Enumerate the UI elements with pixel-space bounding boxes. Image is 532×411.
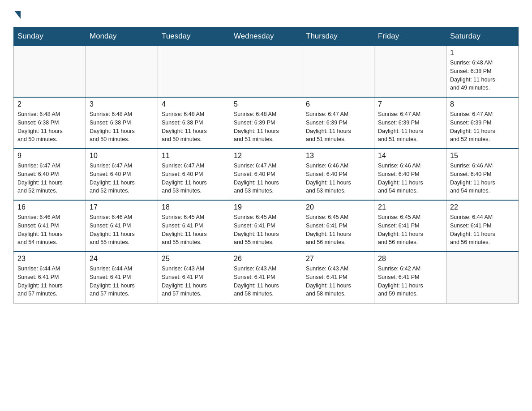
calendar-cell: 11Sunrise: 6:47 AM Sunset: 6:40 PM Dayli… xyxy=(158,149,230,200)
calendar-cell: 22Sunrise: 6:44 AM Sunset: 6:41 PM Dayli… xyxy=(446,200,519,252)
day-info: Sunrise: 6:45 AM Sunset: 6:41 PM Dayligh… xyxy=(234,213,298,247)
day-number: 20 xyxy=(306,203,370,211)
day-info: Sunrise: 6:48 AM Sunset: 6:39 PM Dayligh… xyxy=(234,110,298,144)
day-info: Sunrise: 6:48 AM Sunset: 6:38 PM Dayligh… xyxy=(90,110,154,144)
calendar-week-row: 1Sunrise: 6:48 AM Sunset: 6:38 PM Daylig… xyxy=(14,46,519,97)
day-number: 3 xyxy=(90,100,154,108)
day-number: 16 xyxy=(17,203,82,211)
day-info: Sunrise: 6:47 AM Sunset: 6:39 PM Dayligh… xyxy=(378,110,442,144)
calendar-cell: 23Sunrise: 6:44 AM Sunset: 6:41 PM Dayli… xyxy=(14,252,86,303)
calendar-cell xyxy=(158,46,230,97)
day-info: Sunrise: 6:45 AM Sunset: 6:41 PM Dayligh… xyxy=(306,213,370,247)
day-number: 11 xyxy=(162,152,226,160)
day-info: Sunrise: 6:46 AM Sunset: 6:40 PM Dayligh… xyxy=(450,162,515,195)
calendar-cell: 13Sunrise: 6:46 AM Sunset: 6:40 PM Dayli… xyxy=(302,149,374,200)
day-number: 2 xyxy=(17,100,82,108)
day-number: 13 xyxy=(306,152,370,160)
logo xyxy=(13,9,21,18)
day-info: Sunrise: 6:47 AM Sunset: 6:40 PM Dayligh… xyxy=(162,162,226,195)
calendar-cell: 10Sunrise: 6:47 AM Sunset: 6:40 PM Dayli… xyxy=(86,149,158,200)
calendar-cell xyxy=(14,46,86,97)
day-info: Sunrise: 6:48 AM Sunset: 6:38 PM Dayligh… xyxy=(450,59,515,92)
day-info: Sunrise: 6:47 AM Sunset: 6:39 PM Dayligh… xyxy=(306,110,370,144)
day-number: 17 xyxy=(90,203,154,211)
day-info: Sunrise: 6:45 AM Sunset: 6:41 PM Dayligh… xyxy=(378,213,442,247)
day-number: 26 xyxy=(234,255,298,263)
day-info: Sunrise: 6:43 AM Sunset: 6:41 PM Dayligh… xyxy=(306,265,370,298)
day-number: 15 xyxy=(450,152,515,160)
day-number: 10 xyxy=(90,152,154,160)
day-info: Sunrise: 6:43 AM Sunset: 6:41 PM Dayligh… xyxy=(234,265,298,298)
day-number: 5 xyxy=(234,100,298,108)
day-number: 14 xyxy=(378,152,442,160)
day-info: Sunrise: 6:48 AM Sunset: 6:38 PM Dayligh… xyxy=(17,110,82,144)
calendar-cell: 5Sunrise: 6:48 AM Sunset: 6:39 PM Daylig… xyxy=(230,97,302,149)
calendar-cell xyxy=(302,46,374,97)
day-number: 1 xyxy=(450,49,515,57)
calendar-cell xyxy=(374,46,446,97)
calendar-cell: 6Sunrise: 6:47 AM Sunset: 6:39 PM Daylig… xyxy=(302,97,374,149)
calendar-day-header: Friday xyxy=(374,27,446,46)
calendar-cell: 19Sunrise: 6:45 AM Sunset: 6:41 PM Dayli… xyxy=(230,200,302,252)
day-info: Sunrise: 6:48 AM Sunset: 6:38 PM Dayligh… xyxy=(162,110,226,144)
day-number: 8 xyxy=(450,100,515,108)
day-number: 21 xyxy=(378,203,442,211)
day-number: 9 xyxy=(17,152,82,160)
day-info: Sunrise: 6:45 AM Sunset: 6:41 PM Dayligh… xyxy=(162,213,226,247)
day-number: 12 xyxy=(234,152,298,160)
day-info: Sunrise: 6:47 AM Sunset: 6:39 PM Dayligh… xyxy=(450,110,515,144)
day-info: Sunrise: 6:44 AM Sunset: 6:41 PM Dayligh… xyxy=(450,213,515,247)
day-number: 22 xyxy=(450,203,515,211)
day-info: Sunrise: 6:47 AM Sunset: 6:40 PM Dayligh… xyxy=(90,162,154,195)
calendar-cell: 12Sunrise: 6:47 AM Sunset: 6:40 PM Dayli… xyxy=(230,149,302,200)
calendar-header-row: SundayMondayTuesdayWednesdayThursdayFrid… xyxy=(14,27,519,46)
calendar-cell: 26Sunrise: 6:43 AM Sunset: 6:41 PM Dayli… xyxy=(230,252,302,303)
day-number: 25 xyxy=(162,255,226,263)
calendar-cell: 1Sunrise: 6:48 AM Sunset: 6:38 PM Daylig… xyxy=(446,46,519,97)
calendar-cell: 18Sunrise: 6:45 AM Sunset: 6:41 PM Dayli… xyxy=(158,200,230,252)
day-number: 7 xyxy=(378,100,442,108)
calendar-day-header: Thursday xyxy=(302,27,374,46)
day-info: Sunrise: 6:42 AM Sunset: 6:41 PM Dayligh… xyxy=(378,265,442,298)
calendar-cell: 25Sunrise: 6:43 AM Sunset: 6:41 PM Dayli… xyxy=(158,252,230,303)
calendar-cell: 16Sunrise: 6:46 AM Sunset: 6:41 PM Dayli… xyxy=(14,200,86,252)
day-number: 6 xyxy=(306,100,370,108)
day-info: Sunrise: 6:44 AM Sunset: 6:41 PM Dayligh… xyxy=(90,265,154,298)
calendar-table: SundayMondayTuesdayWednesdayThursdayFrid… xyxy=(13,27,519,304)
calendar-week-row: 9Sunrise: 6:47 AM Sunset: 6:40 PM Daylig… xyxy=(14,149,519,200)
calendar-cell: 3Sunrise: 6:48 AM Sunset: 6:38 PM Daylig… xyxy=(86,97,158,149)
calendar-day-header: Tuesday xyxy=(158,27,230,46)
calendar-day-header: Sunday xyxy=(14,27,86,46)
calendar-day-header: Monday xyxy=(86,27,158,46)
day-info: Sunrise: 6:44 AM Sunset: 6:41 PM Dayligh… xyxy=(17,265,82,298)
calendar-cell xyxy=(230,46,302,97)
day-info: Sunrise: 6:46 AM Sunset: 6:41 PM Dayligh… xyxy=(90,213,154,247)
day-info: Sunrise: 6:46 AM Sunset: 6:40 PM Dayligh… xyxy=(378,162,442,195)
day-info: Sunrise: 6:47 AM Sunset: 6:40 PM Dayligh… xyxy=(17,162,82,195)
day-number: 23 xyxy=(17,255,82,263)
calendar-cell: 15Sunrise: 6:46 AM Sunset: 6:40 PM Dayli… xyxy=(446,149,519,200)
day-number: 27 xyxy=(306,255,370,263)
calendar-cell xyxy=(86,46,158,97)
calendar-week-row: 23Sunrise: 6:44 AM Sunset: 6:41 PM Dayli… xyxy=(14,252,519,303)
calendar-cell: 4Sunrise: 6:48 AM Sunset: 6:38 PM Daylig… xyxy=(158,97,230,149)
calendar-cell: 27Sunrise: 6:43 AM Sunset: 6:41 PM Dayli… xyxy=(302,252,374,303)
calendar-cell: 2Sunrise: 6:48 AM Sunset: 6:38 PM Daylig… xyxy=(14,97,86,149)
calendar-cell: 21Sunrise: 6:45 AM Sunset: 6:41 PM Dayli… xyxy=(374,200,446,252)
calendar-cell: 24Sunrise: 6:44 AM Sunset: 6:41 PM Dayli… xyxy=(86,252,158,303)
calendar-cell: 17Sunrise: 6:46 AM Sunset: 6:41 PM Dayli… xyxy=(86,200,158,252)
calendar-week-row: 16Sunrise: 6:46 AM Sunset: 6:41 PM Dayli… xyxy=(14,200,519,252)
day-number: 19 xyxy=(234,203,298,211)
logo-arrow-icon xyxy=(14,11,21,19)
calendar-cell: 8Sunrise: 6:47 AM Sunset: 6:39 PM Daylig… xyxy=(446,97,519,149)
day-info: Sunrise: 6:47 AM Sunset: 6:40 PM Dayligh… xyxy=(234,162,298,195)
calendar-cell: 9Sunrise: 6:47 AM Sunset: 6:40 PM Daylig… xyxy=(14,149,86,200)
page-header xyxy=(13,9,519,18)
calendar-week-row: 2Sunrise: 6:48 AM Sunset: 6:38 PM Daylig… xyxy=(14,97,519,149)
calendar-cell: 7Sunrise: 6:47 AM Sunset: 6:39 PM Daylig… xyxy=(374,97,446,149)
calendar-day-header: Saturday xyxy=(446,27,519,46)
day-number: 4 xyxy=(162,100,226,108)
day-number: 18 xyxy=(162,203,226,211)
calendar-cell: 20Sunrise: 6:45 AM Sunset: 6:41 PM Dayli… xyxy=(302,200,374,252)
calendar-cell xyxy=(446,252,519,303)
